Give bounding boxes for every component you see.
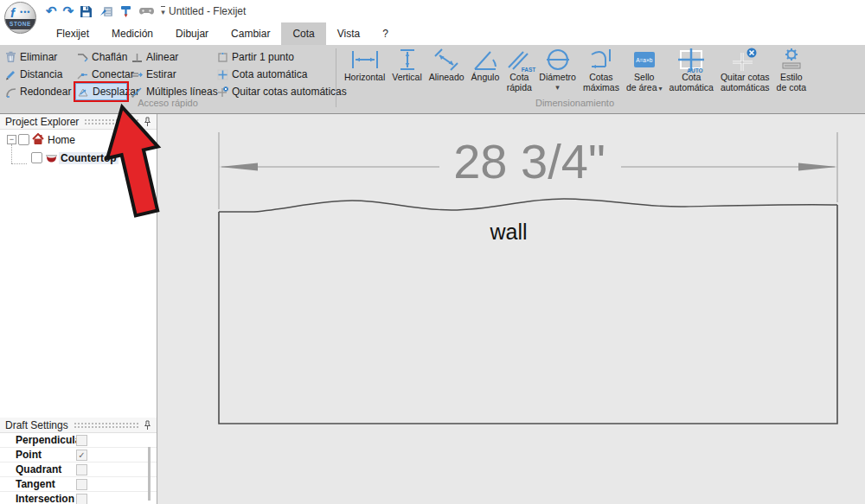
station-tool-icon[interactable] bbox=[119, 4, 132, 18]
tree-item-countertop[interactable]: Countertop bbox=[59, 152, 119, 164]
save-icon[interactable] bbox=[80, 5, 93, 18]
draft-settings-header: Draft Settings bbox=[0, 418, 157, 433]
project-explorer-header: Project Explorer bbox=[0, 114, 157, 130]
alinear-button[interactable]: Alinear bbox=[130, 48, 213, 66]
redo-icon[interactable]: ↷ bbox=[63, 3, 74, 20]
project-explorer-title: Project Explorer bbox=[5, 116, 79, 128]
logo-subtext: STONE bbox=[5, 19, 35, 29]
tab-flexijet[interactable]: Flexijet bbox=[45, 22, 100, 45]
drawing-canvas[interactable]: 28 3/4" wall bbox=[157, 114, 865, 504]
stretch-icon bbox=[131, 69, 143, 80]
draft-setting-row: Tangent bbox=[0, 477, 157, 492]
sello-de-area-button[interactable]: A=a×b Sello de área▾ bbox=[623, 47, 666, 93]
perpendicular-checkbox[interactable] bbox=[76, 435, 87, 446]
undo-icon[interactable]: ↶ bbox=[46, 3, 57, 20]
draft-setting-row: Intersection bbox=[0, 492, 157, 504]
cota-automatica-button[interactable]: AUTO Cota automática bbox=[666, 47, 717, 93]
tangent-checkbox[interactable] bbox=[76, 479, 87, 490]
area-stamp-icon: A=a×b bbox=[634, 52, 655, 67]
multiline-icon bbox=[131, 86, 143, 98]
angle-dim-icon bbox=[472, 48, 498, 72]
tree-item-home[interactable]: Home bbox=[48, 134, 75, 146]
vertical-dim-icon bbox=[398, 48, 417, 72]
conectar-button[interactable]: Conectar bbox=[75, 66, 127, 83]
split-point-icon bbox=[217, 52, 228, 63]
eliminar-button[interactable]: Eliminar bbox=[3, 48, 73, 66]
remove-auto-dim-icon bbox=[217, 86, 228, 98]
distancia-button[interactable]: Distancia bbox=[3, 66, 73, 83]
fast-label: FAST bbox=[522, 67, 536, 73]
auto-label: AUTO bbox=[687, 67, 702, 73]
tree-connector bbox=[11, 163, 27, 164]
diameter-icon bbox=[545, 48, 571, 72]
cota-automatica-small-button[interactable]: Cota automática bbox=[215, 66, 345, 83]
wall-rectangle bbox=[219, 205, 837, 424]
pin-icon[interactable] bbox=[144, 420, 151, 431]
partir-1-punto-button[interactable]: Partir 1 punto bbox=[215, 48, 345, 66]
draft-settings-panel: Draft Settings Perpendicular Point ✓ Qua… bbox=[0, 418, 157, 504]
dim-arrow-right bbox=[798, 163, 837, 171]
remove-auto-dim-big-icon bbox=[730, 48, 759, 72]
diametro-button[interactable]: Diámetro ▾ bbox=[535, 47, 580, 92]
tab-dibujar[interactable]: Dibujar bbox=[164, 22, 220, 45]
header-texture bbox=[84, 118, 138, 125]
point-checkbox[interactable]: ✓ bbox=[76, 450, 87, 461]
aligned-dim-icon bbox=[433, 48, 459, 72]
measure-device-icon[interactable] bbox=[99, 4, 113, 18]
vertical-dim-button[interactable]: Vertical bbox=[388, 47, 425, 83]
flexijet-logo[interactable]: f ••• STONE bbox=[4, 2, 36, 34]
group-separator bbox=[336, 48, 336, 107]
countertop-checkbox[interactable] bbox=[31, 152, 42, 163]
header-texture bbox=[74, 422, 138, 429]
wall-top-edge bbox=[219, 199, 837, 212]
countertop-icon bbox=[45, 151, 58, 164]
offset-icon bbox=[78, 86, 89, 98]
horizontal-dim-button[interactable]: Horizontal bbox=[341, 47, 388, 83]
tab-cota[interactable]: Cota bbox=[281, 22, 325, 45]
dimension-value: 28 3/4" bbox=[453, 133, 606, 189]
angulo-dim-button[interactable]: Ángulo bbox=[468, 47, 503, 83]
alineado-dim-button[interactable]: Alineado bbox=[426, 47, 468, 83]
chaflan-button[interactable]: Chaflán bbox=[75, 48, 127, 66]
project-tree: − Home Countertop bbox=[0, 130, 157, 417]
auto-dim-icon bbox=[217, 69, 228, 80]
cotas-maximas-button[interactable]: Cotas máximas bbox=[580, 47, 623, 93]
horizontal-dim-icon bbox=[350, 48, 380, 71]
home-icon bbox=[32, 133, 44, 145]
tab-help[interactable]: ? bbox=[371, 22, 400, 45]
max-dims-icon bbox=[588, 48, 614, 72]
diametro-dropdown-caret[interactable]: ▾ bbox=[555, 83, 560, 92]
draft-setting-row: Point ✓ bbox=[0, 448, 157, 463]
window-title: Untitled - Flexijet bbox=[169, 5, 246, 17]
cota-rapida-button[interactable]: FAST Cota rápida bbox=[503, 47, 535, 93]
logo-letter: f bbox=[10, 5, 15, 20]
draft-settings-scrollbar[interactable] bbox=[148, 447, 151, 501]
draft-setting-row: Quadrant bbox=[0, 463, 157, 477]
quick-group-label: Acceso rápido bbox=[0, 98, 336, 108]
pin-icon[interactable] bbox=[144, 117, 151, 127]
estirar-button[interactable]: Estirar bbox=[130, 66, 213, 83]
ribbon: Eliminar Distancia Redondear Chaflán Con… bbox=[0, 45, 865, 114]
logo-dots: ••• bbox=[20, 8, 30, 16]
ribbon-tab-row: Flexijet Medición Dibujar Cambiar Cota V… bbox=[0, 22, 865, 45]
title-bar: f ••• STONE ↶ ↷ ▾ Untitled - Flexijet bbox=[0, 0, 865, 22]
sello-dropdown-caret[interactable]: ▾ bbox=[659, 85, 663, 93]
quick-access-menu-caret[interactable]: ▾ bbox=[161, 6, 165, 16]
dim-style-gear-icon bbox=[780, 48, 803, 72]
intersection-checkbox[interactable] bbox=[76, 494, 87, 504]
quitar-cotas-automaticas-button[interactable]: Quitar cotas automáticas bbox=[717, 47, 773, 93]
tab-cambiar[interactable]: Cambiar bbox=[220, 22, 281, 45]
pencil-icon bbox=[5, 69, 16, 80]
draft-settings-title: Draft Settings bbox=[5, 419, 68, 431]
chamfer-icon bbox=[77, 52, 88, 63]
home-checkbox[interactable] bbox=[18, 134, 29, 145]
gamepad-icon[interactable] bbox=[138, 5, 155, 17]
trash-icon bbox=[5, 51, 16, 63]
draft-setting-row: Perpendicular bbox=[0, 433, 157, 448]
tree-expand-toggle[interactable]: − bbox=[7, 135, 16, 144]
tab-vista[interactable]: Vista bbox=[326, 22, 371, 45]
connect-icon bbox=[77, 69, 88, 80]
quadrant-checkbox[interactable] bbox=[76, 464, 87, 475]
tab-medicion[interactable]: Medición bbox=[100, 22, 164, 45]
estilo-de-cota-button[interactable]: Estilo de cota bbox=[773, 47, 810, 93]
